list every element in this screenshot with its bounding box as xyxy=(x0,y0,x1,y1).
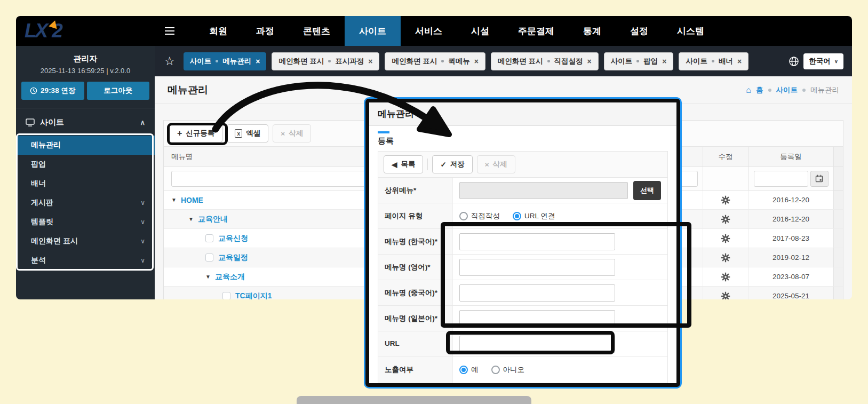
gear-icon[interactable] xyxy=(721,195,730,205)
back-to-list-button[interactable]: ◀ 목록 xyxy=(384,155,423,173)
tree-link[interactable]: HOME xyxy=(181,196,203,204)
expand-triangle-icon[interactable]: ▼ xyxy=(188,216,194,222)
sidebar-item-board[interactable]: 게시판∨ xyxy=(16,193,155,212)
gear-icon[interactable] xyxy=(721,215,730,224)
breadcrumb-site[interactable]: 사이트 xyxy=(776,85,798,95)
calendar-button[interactable] xyxy=(810,171,829,187)
tab-site-banner[interactable]: 사이트배너× xyxy=(679,52,748,70)
menu-name-ja-input[interactable] xyxy=(459,310,615,327)
row-checkbox[interactable] xyxy=(205,234,213,242)
close-icon[interactable]: × xyxy=(474,57,479,66)
tab-group: 사이트 xyxy=(190,57,212,66)
main-nav: 회원 과정 콘텐츠 사이트 서비스 시설 주문결제 통계 설정 시스템 xyxy=(195,16,719,46)
tab-main-display-quickmenu[interactable]: 메인화면 표시퀵메뉴× xyxy=(385,52,485,70)
sidebar-item-analytics[interactable]: 분석∨ xyxy=(16,251,155,270)
admin-meta: 2025-11-13 16:59:25 | v.2.0.0 xyxy=(16,67,155,75)
chevron-down-icon: ∨ xyxy=(140,237,145,245)
sidebar-item-main-display[interactable]: 메인화면 표시∨ xyxy=(16,232,155,251)
scroll-gutter xyxy=(833,287,843,299)
nav-item-statistics[interactable]: 통계 xyxy=(569,16,616,46)
nav-item-courses[interactable]: 과정 xyxy=(242,16,289,46)
nav-item-site[interactable]: 사이트 xyxy=(345,16,401,46)
new-register-button[interactable]: + 신규등록 xyxy=(169,124,222,142)
sidebar-section-site[interactable]: 사이트 ∧ xyxy=(16,108,155,136)
dialog-delete-button[interactable]: × 삭제 xyxy=(477,155,515,173)
top-navbar: LX 2 회원 과정 콘텐츠 사이트 서비스 시설 주문결제 통계 설정 시스템 xyxy=(16,16,852,46)
sidebar-item-menu-management[interactable]: 메뉴관리 xyxy=(16,136,155,155)
gear-icon[interactable] xyxy=(721,253,730,263)
menu-name-en-input[interactable] xyxy=(459,259,615,276)
tab-site-menu-management[interactable]: 사이트메뉴관리× xyxy=(184,52,267,70)
nav-item-settings[interactable]: 설정 xyxy=(616,16,663,46)
logout-button[interactable]: 로그아웃 xyxy=(87,82,150,100)
breadcrumb-home[interactable]: 홈 xyxy=(756,85,763,95)
app-logo[interactable]: LX 2 xyxy=(16,16,141,46)
excel-export-button[interactable]: x 엑셀 xyxy=(227,124,268,142)
language-select[interactable]: 한국어 ∨ xyxy=(803,53,843,69)
radio-direct-write[interactable] xyxy=(459,212,468,220)
field-label: 메뉴명 (중국어)* xyxy=(378,280,453,305)
tab-main-display-custom[interactable]: 메인화면 표시직접설정× xyxy=(491,52,599,70)
menu-register-dialog: 메뉴관리 등록 ◀ 목록 ✓ 저장 × 삭제 xyxy=(364,97,682,389)
calendar-icon xyxy=(815,175,823,183)
nav-item-services[interactable]: 서비스 xyxy=(401,16,457,46)
sidebar-item-label: 팝업 xyxy=(31,160,46,169)
row-checkbox[interactable] xyxy=(222,292,230,299)
reg-date-value: 2017-08-23 xyxy=(748,229,833,248)
close-icon[interactable]: × xyxy=(737,57,742,66)
nav-item-orders[interactable]: 주문결제 xyxy=(504,16,569,46)
nav-label: 시설 xyxy=(471,25,489,37)
menu-name-zh-input[interactable] xyxy=(459,284,615,302)
gear-icon[interactable] xyxy=(721,272,730,282)
expand-triangle-icon[interactable]: ▼ xyxy=(171,197,177,203)
close-icon[interactable]: × xyxy=(256,57,260,66)
delete-button[interactable]: × 삭제 xyxy=(273,124,311,142)
radio-url-link[interactable] xyxy=(513,212,521,220)
expand-triangle-icon[interactable]: ▼ xyxy=(205,274,211,280)
parent-menu-input[interactable] xyxy=(459,182,628,199)
scroll-gutter xyxy=(833,210,843,228)
bottom-decoration-bar xyxy=(297,396,531,404)
gear-icon[interactable] xyxy=(721,291,730,300)
select-parent-button[interactable]: 선택 xyxy=(633,181,661,200)
tree-link[interactable]: 교육신청 xyxy=(218,234,248,243)
radio-visible-yes[interactable] xyxy=(459,366,468,374)
star-icon[interactable]: ☆ xyxy=(164,54,175,68)
reg-date-filter-input[interactable] xyxy=(754,171,808,187)
field-label: 메뉴명 (일본어)* xyxy=(378,306,453,331)
menu-name-ko-input[interactable] xyxy=(459,233,615,250)
close-icon[interactable]: × xyxy=(368,57,372,66)
reg-date-value: 2016-12-20 xyxy=(748,210,833,228)
tree-link[interactable]: 교육일정 xyxy=(218,253,248,263)
sidebar-item-banner[interactable]: 배너 xyxy=(16,174,155,193)
close-icon[interactable]: × xyxy=(662,57,666,66)
sidebar-item-popup[interactable]: 팝업 xyxy=(16,155,155,174)
gear-icon[interactable] xyxy=(721,234,730,243)
reg-date-value: 2025-05-21 xyxy=(748,287,833,299)
nav-item-facilities[interactable]: 시설 xyxy=(457,16,504,46)
url-input[interactable] xyxy=(459,336,615,353)
nav-item-contents[interactable]: 콘텐츠 xyxy=(289,16,345,46)
radio-visible-no[interactable] xyxy=(491,366,500,374)
row-checkbox[interactable] xyxy=(205,254,213,262)
tab-main-display-courses[interactable]: 메인화면 표시표시과정× xyxy=(272,52,379,70)
scroll-gutter xyxy=(833,229,843,248)
tab-name: 표시과정 xyxy=(335,57,364,66)
nav-item-system[interactable]: 시스템 xyxy=(663,16,719,46)
tree-link[interactable]: 교육소개 xyxy=(215,272,245,282)
section-label: 등록 xyxy=(378,136,668,146)
close-icon: × xyxy=(281,130,285,138)
tab-group: 메인화면 표시 xyxy=(498,57,543,66)
tree-link[interactable]: 교육안내 xyxy=(198,215,228,224)
tree-link[interactable]: TC페이지1 xyxy=(235,291,272,300)
delete-label: 삭제 xyxy=(289,129,303,138)
hamburger-menu-icon[interactable] xyxy=(160,16,180,46)
save-button[interactable]: ✓ 저장 xyxy=(432,155,472,173)
sidebar-item-template[interactable]: 템플릿∨ xyxy=(16,212,155,232)
close-icon[interactable]: × xyxy=(587,57,592,66)
sidebar-item-label: 메뉴관리 xyxy=(31,140,61,150)
reg-date-value: 2016-12-20 xyxy=(748,191,833,209)
nav-item-members[interactable]: 회원 xyxy=(195,16,242,46)
session-extend-button[interactable]: 29:38 연장 xyxy=(21,82,84,100)
tab-site-popup[interactable]: 사이트팝업× xyxy=(604,52,674,70)
